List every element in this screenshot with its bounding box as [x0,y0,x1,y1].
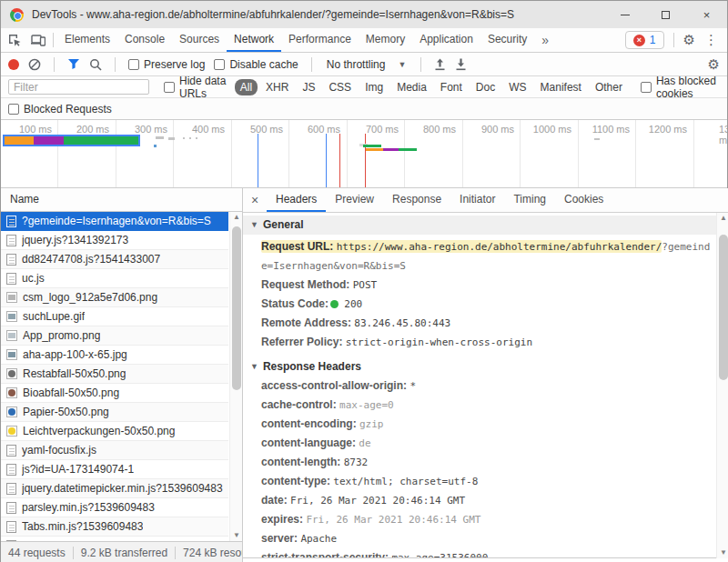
filter-pill-all[interactable]: All [235,79,258,95]
filter-pill-doc[interactable]: Doc [470,79,500,95]
filter-pill-media[interactable]: Media [391,79,432,95]
disable-cache-checkbox[interactable]: Disable cache [214,58,298,71]
export-har-icon[interactable] [455,58,467,71]
tab-sources[interactable]: Sources [172,28,227,52]
scroll-up-icon[interactable]: ▲ [717,213,728,224]
tab-initiator[interactable]: Initiator [450,188,504,212]
status-ok-icon [330,300,339,308]
filter-pill-xhr[interactable]: XHR [260,79,294,95]
timeline-tick: 700 ms [366,124,399,135]
tab-application[interactable]: Application [412,28,480,52]
device-toolbar-icon[interactable] [31,34,46,46]
tab-memory[interactable]: Memory [359,28,412,52]
minimize-button[interactable] [604,1,645,28]
maximize-button[interactable] [645,1,686,28]
close-details-icon[interactable]: × [243,193,267,207]
table-row[interactable]: csm_logo_912a5e7d06.png [1,288,228,307]
section-title: General [263,216,304,235]
tab-security[interactable]: Security [480,28,534,52]
selected-request-waterfall-bar[interactable] [3,135,140,146]
tab-cookies[interactable]: Cookies [555,188,612,212]
table-row[interactable]: suchLupe.gif [1,307,228,326]
blocked-requests-checkbox[interactable]: Blocked Requests [8,103,112,115]
import-har-icon[interactable] [434,58,446,71]
tab-elements[interactable]: Elements [57,28,117,52]
table-row[interactable]: aha-app-100-x-65.jpg [1,346,228,365]
table-row[interactable]: js?id=UA-173149074-1 [1,460,228,479]
record-button[interactable] [8,59,19,70]
checkbox-icon [641,82,652,93]
general-item: Remote Address: 83.246.45.80:443 [243,314,716,333]
filter-pill-img[interactable]: Img [359,79,389,95]
chrome-logo-icon [10,8,24,22]
network-settings-gear-icon[interactable]: ⚙ [708,56,720,73]
general-section-header[interactable]: ▼ General [243,216,716,235]
preserve-log-checkbox[interactable]: Preserve log [128,58,205,71]
settings-gear-icon[interactable]: ⚙ [683,32,695,48]
response-headers-section-header[interactable]: ▼ Response Headers [243,357,716,376]
scroll-down-icon[interactable]: ▼ [230,530,243,541]
script-file-icon [6,464,16,476]
table-row[interactable]: ?gemeinde=Isernhagen&von=R&bis=S [1,212,228,231]
requests-list: ?gemeinde=Isernhagen&von=R&bis=S jquery.… [1,212,228,541]
scrollbar-thumb[interactable] [719,235,728,380]
table-row[interactable]: yaml-focusfix.js [1,441,228,460]
tab-timing[interactable]: Timing [504,188,555,212]
tab-performance[interactable]: Performance [281,28,359,52]
table-row[interactable]: uc.js [1,269,228,288]
hide-data-urls-checkbox[interactable]: Hide data URLs [164,75,228,100]
filter-pill-ws[interactable]: WS [503,79,531,95]
disclosure-triangle-icon: ▼ [250,357,258,376]
request-name: ?gemeinde=Isernhagen&von=R&bis=S [22,215,211,227]
table-row[interactable]: jquery.datetimepicker.min.js?1539609483 [1,479,228,498]
filter-pill-manifest[interactable]: Manifest [535,79,587,95]
filter-input[interactable] [8,79,149,95]
details-scrollbar[interactable]: ▲ ▼ [716,213,728,558]
tab-headers[interactable]: Headers [267,188,326,212]
table-row[interactable]: Leichtverpackungen-50x50.png [1,422,228,441]
divider [73,547,74,559]
clear-icon[interactable] [28,58,41,71]
table-row[interactable]: Tabs.min.js?1539609483 [1,517,228,537]
tab-response[interactable]: Response [383,188,450,212]
has-blocked-cookies-checkbox[interactable]: Has blocked cookies [641,75,720,100]
waterfall-ssl-segment [34,136,64,145]
divider [115,57,116,72]
network-overview-timeline[interactable]: 100 ms 200 ms 300 ms 400 ms 500 ms 600 m… [1,120,727,188]
name-column-header[interactable]: Name [1,188,242,212]
response-headers-list: access-control-allow-origin: * cache-con… [243,376,716,558]
header-label: strict-transport-security: [261,551,389,558]
scroll-down-icon[interactable]: ▼ [717,547,728,558]
waterfall-mark [156,136,164,139]
menu-kebab-icon[interactable]: ⋮ [701,32,722,48]
script-file-icon [6,483,16,495]
search-icon[interactable] [89,58,102,71]
scroll-up-icon[interactable]: ▲ [230,212,243,223]
tab-network[interactable]: Network [227,28,281,52]
inspect-element-icon[interactable] [8,34,22,47]
waterfall-mark [399,148,417,151]
table-row[interactable]: dd82474708.js?1541433007 [1,250,228,269]
requests-scrollbar[interactable]: ▲ ▼ [229,212,242,541]
table-row[interactable]: Restabfall-50x50.png [1,365,228,384]
header-value: strict-origin-when-cross-origin [346,336,532,348]
script-file-icon [6,445,16,457]
table-row[interactable]: parsley.min.js?1539609483 [1,498,228,517]
throttling-select[interactable]: No throttling ▼ [325,58,409,71]
response-header-item: cache-control: max-age=0 [243,396,716,415]
filter-pill-font[interactable]: Font [435,79,468,95]
table-row[interactable]: Papier-50x50.png [1,403,228,422]
scrollbar-thumb[interactable] [232,226,241,390]
filter-funnel-icon[interactable] [67,58,80,70]
filter-pill-js[interactable]: JS [297,79,320,95]
tab-console[interactable]: Console [117,28,172,52]
table-row[interactable]: jquery.js?1341392173 [1,231,228,250]
tab-preview[interactable]: Preview [326,188,383,212]
error-badge[interactable]: × 1 [625,31,664,49]
filter-pill-other[interactable]: Other [590,79,628,95]
table-row[interactable]: Bioabfall-50x50.png [1,384,228,403]
close-button[interactable]: × [686,1,727,28]
filter-pill-css[interactable]: CSS [323,79,357,95]
more-tabs-icon[interactable]: » [534,33,556,47]
table-row[interactable]: App_promo.png [1,326,228,346]
